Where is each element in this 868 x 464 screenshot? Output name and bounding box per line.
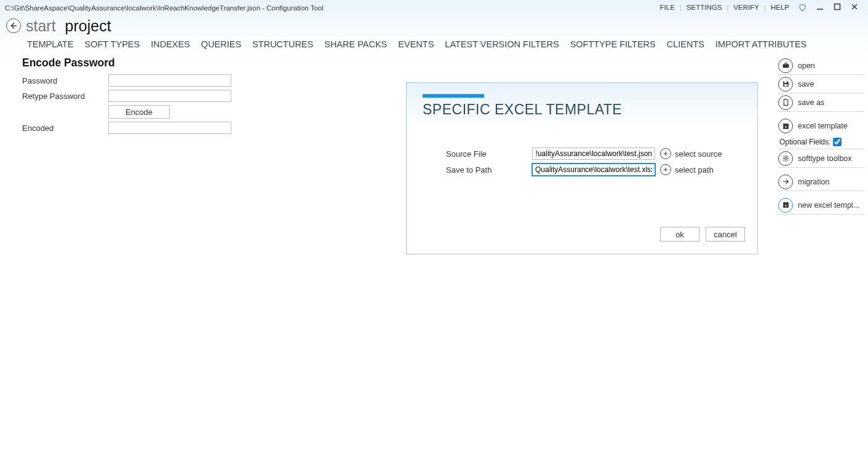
tab-queries[interactable]: QUERIES: [201, 39, 241, 49]
dialog-accent-bar: [423, 94, 484, 98]
tab-softtype-filters[interactable]: SOFTTYPE FILTERS: [570, 39, 656, 49]
breadcrumb-start[interactable]: start: [26, 17, 56, 34]
plus-icon: [660, 164, 671, 175]
password-label: Password: [22, 76, 108, 85]
save-icon: [778, 77, 793, 92]
encoded-label: Encoded: [22, 124, 108, 133]
save-to-path-label: Save to Path: [446, 165, 532, 175]
breadcrumb: start project: [26, 17, 111, 35]
encoded-output[interactable]: [108, 122, 231, 134]
password-input[interactable]: [108, 74, 231, 87]
tab-import-attributes[interactable]: IMPORT ATTRIBUTES: [715, 39, 806, 49]
arrow-right-icon: [778, 175, 793, 189]
dialog-title: SPECIFIC EXCEL TEMPLATE: [423, 101, 757, 118]
svg-rect-4: [782, 64, 789, 68]
sidebar-save-as[interactable]: save as: [778, 93, 864, 112]
menu-verify[interactable]: VERIFY: [730, 4, 763, 11]
svg-rect-1: [835, 4, 840, 9]
svg-line-16: [783, 160, 784, 160]
sidebar-migration[interactable]: migration: [778, 173, 864, 191]
tab-indexes[interactable]: INDEXES: [151, 39, 190, 49]
tab-soft-types[interactable]: SOFT TYPES: [84, 39, 140, 49]
menu-help[interactable]: HELP: [767, 4, 793, 11]
tab-template[interactable]: TEMPLATE: [27, 39, 73, 49]
sidebar-new-excel-template[interactable]: x new excel templ...: [778, 196, 864, 214]
svg-line-14: [783, 156, 784, 157]
svg-line-15: [787, 160, 787, 160]
excel-icon: x: [778, 198, 793, 213]
sidebar-save[interactable]: save: [778, 75, 864, 93]
sidebar-open[interactable]: open: [778, 57, 864, 75]
minimize-button[interactable]: [811, 3, 829, 12]
briefcase-icon: [778, 58, 793, 73]
section-title: Encode Password: [22, 57, 381, 69]
tab-structures[interactable]: STRUCTURES: [252, 39, 313, 49]
retype-password-input[interactable]: [108, 90, 231, 102]
tab-events[interactable]: EVENTS: [398, 39, 434, 49]
menu-file[interactable]: FILE: [656, 4, 679, 11]
back-button[interactable]: [6, 18, 21, 33]
plus-icon: [660, 148, 671, 159]
right-sidebar: open save save as x excel template Optio…: [778, 57, 864, 214]
specific-excel-template-dialog: SPECIFIC EXCEL TEMPLATE Source File sele…: [406, 82, 758, 254]
excel-icon: x: [778, 119, 793, 133]
source-file-input[interactable]: [532, 147, 655, 160]
breadcrumb-row: start project: [0, 15, 868, 37]
svg-rect-5: [784, 81, 786, 83]
svg-rect-6: [784, 84, 787, 86]
source-file-label: Source File: [446, 149, 532, 159]
optional-fields-row: Optional Fields:: [778, 135, 864, 149]
cancel-button[interactable]: cancel: [706, 227, 745, 242]
tab-clients[interactable]: CLIENTS: [667, 39, 704, 49]
save-to-path-input[interactable]: [532, 163, 655, 176]
sidebar-excel-template[interactable]: x excel template: [778, 117, 864, 135]
select-source-button[interactable]: select source: [660, 148, 722, 159]
encode-password-section: Encode Password Password Retype Password…: [0, 57, 381, 137]
menu-settings[interactable]: SETTINGS: [683, 4, 726, 11]
shield-icon: [798, 3, 806, 12]
nav-tabs: TEMPLATE SOFT TYPES INDEXES QUERIES STRU…: [0, 37, 868, 57]
document-icon: [778, 95, 793, 110]
window-title: C:\Git\ShareAspace\QualityAssurance\loca…: [5, 3, 324, 12]
tab-share-packs[interactable]: SHARE PACKS: [324, 39, 387, 49]
maximize-button[interactable]: [829, 3, 846, 12]
select-path-button[interactable]: select path: [660, 164, 714, 175]
sidebar-softtype-toolbox[interactable]: softtype toolbox: [778, 149, 864, 168]
retype-password-label: Retype Password: [22, 92, 108, 101]
gear-icon: [778, 151, 793, 166]
encode-button[interactable]: Encode: [108, 105, 170, 119]
optional-fields-label: Optional Fields:: [779, 138, 830, 146]
svg-point-9: [784, 157, 787, 160]
tab-latest-version-filters[interactable]: LATEST VERSION FILTERS: [445, 39, 559, 49]
optional-fields-checkbox[interactable]: [833, 138, 842, 146]
svg-line-17: [787, 156, 787, 157]
close-button[interactable]: [846, 3, 863, 12]
ok-button[interactable]: ok: [660, 227, 699, 242]
breadcrumb-project: project: [65, 17, 111, 34]
title-bar: C:\Git\ShareAspace\QualityAssurance\loca…: [0, 0, 868, 15]
